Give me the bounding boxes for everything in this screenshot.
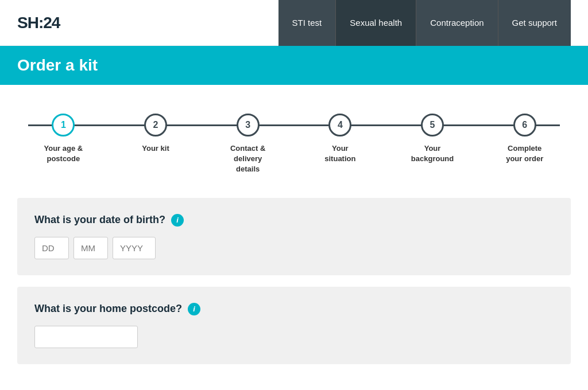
step-4: 4 Yoursituation <box>294 114 386 164</box>
step-2-label: Your kit <box>142 143 169 154</box>
step-3: 3 Contact &deliverydetails <box>202 114 294 175</box>
postcode-question-text: What is your home postcode? <box>34 303 182 315</box>
stepper: 1 Your age &postcode 2 Your kit 3 Contac… <box>17 114 571 175</box>
step-4-label: Yoursituation <box>324 143 355 164</box>
step-6-label: Completeyour order <box>506 143 543 164</box>
step-4-circle[interactable]: 4 <box>328 114 351 136</box>
postcode-input[interactable] <box>34 326 138 348</box>
postcode-section: What is your home postcode? i <box>17 287 571 364</box>
step-2-circle[interactable]: 2 <box>144 114 167 136</box>
logo: SH:24 <box>17 14 60 32</box>
dob-dd-input[interactable] <box>34 237 69 259</box>
page-title: Order a kit <box>17 56 571 75</box>
step-3-circle[interactable]: 3 <box>237 114 260 136</box>
header: SH:24 STI test Sexual health Contracepti… <box>0 0 588 46</box>
main-content: 1 Your age &postcode 2 Your kit 3 Contac… <box>0 85 588 390</box>
step-5-circle[interactable]: 5 <box>421 114 444 136</box>
step-3-label: Contact &deliverydetails <box>230 143 265 175</box>
nav-get-support[interactable]: Get support <box>498 0 571 46</box>
dob-question: What is your date of birth? i <box>34 214 554 227</box>
nav-sexual-health[interactable]: Sexual health <box>336 0 416 46</box>
dob-info-icon[interactable]: i <box>171 214 184 227</box>
step-5-label: Yourbackground <box>411 143 454 164</box>
step-1-circle[interactable]: 1 <box>52 114 75 136</box>
step-1-label: Your age &postcode <box>44 143 83 164</box>
dob-question-text: What is your date of birth? <box>34 214 165 226</box>
dob-section: What is your date of birth? i <box>17 198 571 275</box>
nav-sti-test[interactable]: STI test <box>278 0 336 46</box>
step-6: 6 Completeyour order <box>478 114 571 164</box>
step-6-circle[interactable]: 6 <box>513 114 536 136</box>
main-nav: STI test Sexual health Contraception Get… <box>278 0 571 46</box>
dob-yyyy-input[interactable] <box>113 237 156 259</box>
step-5: 5 Yourbackground <box>386 114 479 164</box>
nav-contraception[interactable]: Contraception <box>416 0 498 46</box>
postcode-question: What is your home postcode? i <box>34 303 554 315</box>
step-2: 2 Your kit <box>110 114 202 154</box>
date-inputs <box>34 237 554 259</box>
step-1: 1 Your age &postcode <box>17 114 110 164</box>
dob-mm-input[interactable] <box>74 237 108 259</box>
page-banner: Order a kit <box>0 46 588 85</box>
postcode-info-icon[interactable]: i <box>188 303 200 315</box>
